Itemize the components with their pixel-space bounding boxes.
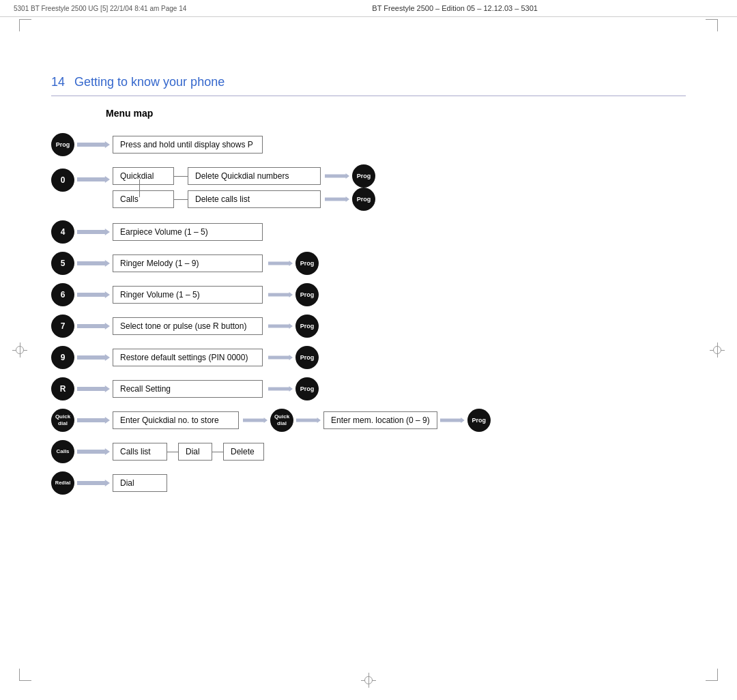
box-delete: Delete [223, 443, 264, 461]
header-center: BT Freestyle 2500 – Edition 05 – 12.12.0… [186, 4, 723, 12]
menu-row-4: 4 Earpiece Volume (1 – 5) [51, 220, 686, 244]
arrow-9-end [268, 353, 293, 362]
box-recall: Recall Setting [113, 380, 263, 398]
arrow-6 [77, 289, 110, 300]
arrow-7-end [268, 321, 293, 331]
box-enter-quickdial: Enter Quickdial no. to store [113, 411, 239, 429]
box-ringer-volume: Ringer Volume (1 – 5) [113, 286, 263, 304]
badge-quickdial-mid: Quickdial [270, 409, 293, 432]
section-number: 14 [51, 75, 65, 89]
badge-prog-9: Prog [295, 346, 319, 369]
badge-prog-R: Prog [295, 377, 319, 400]
badge-prog-quickdial: Prog [352, 164, 375, 188]
box-ringer-melody: Ringer Melody (1 – 9) [113, 254, 263, 272]
arrow-calls-btn [77, 446, 110, 457]
box-press-hold: Press and hold until display shows P [113, 136, 263, 154]
section-title: 14 Getting to know your phone [51, 75, 225, 89]
badge-4: 4 [51, 220, 74, 244]
badge-prog-quickdial-end: Prog [467, 409, 491, 432]
arrow-quickdial-second [296, 415, 321, 425]
menu-row-0: 0 Quickdial Delete Quickdial numbers Pro… [51, 164, 686, 211]
box-dial: Dial [178, 443, 212, 461]
corner-mark-tr [706, 19, 718, 31]
section-divider [51, 96, 686, 96]
box-enter-mem: Enter mem. location (0 – 9) [323, 411, 437, 429]
badge-prog-6: Prog [295, 283, 319, 306]
badge-6: 6 [51, 283, 74, 306]
badge-prog-5: Prog [295, 252, 319, 275]
menu-row-prog: Prog Press and hold until display shows … [51, 133, 686, 156]
box-restore-default: Restore default settings (PIN 0000) [113, 349, 263, 366]
menu-row-calls-btn: Calls Calls list Dial Delete [51, 440, 686, 463]
badge-redial: Redial [51, 471, 74, 495]
corner-mark-br [706, 669, 718, 681]
crosshair-left [12, 342, 27, 358]
badge-5: 5 [51, 252, 74, 275]
arrow-quickdial-end2 [440, 415, 465, 425]
arrow-R-end [268, 384, 293, 394]
corner-mark-tl [19, 19, 31, 31]
badge-9: 9 [51, 346, 74, 369]
badge-prog-calls: Prog [352, 188, 375, 211]
arrow-4 [77, 227, 110, 237]
badge-7: 7 [51, 315, 74, 338]
menu-container: Prog Press and hold until display shows … [51, 133, 686, 503]
box-dial-redial: Dial [113, 474, 167, 492]
crosshair-bottom [361, 673, 376, 688]
box-calls: Calls [113, 190, 174, 208]
arrow-quickdial [77, 415, 110, 426]
menu-row-redial: Redial Dial [51, 471, 686, 495]
menu-row-R: R Recall Setting Prog [51, 377, 686, 400]
crosshair-right [710, 342, 725, 358]
connector-dial-delete [212, 452, 223, 452]
arrow-0 [77, 174, 110, 185]
menu-row-7: 7 Select tone or pulse (use R button) Pr… [51, 315, 686, 338]
arrow-5-end [268, 259, 293, 268]
box-calls-list: Calls list [113, 443, 167, 461]
box-delete-calls: Delete calls list [188, 190, 321, 208]
arrow-9 [77, 352, 110, 363]
arrow-redial [77, 478, 110, 488]
badge-prog: Prog [51, 133, 74, 156]
box-tone-pulse: Select tone or pulse (use R button) [113, 317, 263, 335]
box-quickdial: Quickdial [113, 167, 174, 185]
page-header: 5301 BT Freestyle 2500 UG [5] 22/1/04 8:… [0, 0, 737, 17]
menu-map-title: Menu map [106, 108, 153, 119]
arrow-quickdial-end [325, 171, 349, 181]
section-name: Getting to know your phone [74, 75, 225, 89]
corner-mark-bl [19, 669, 31, 681]
badge-0: 0 [51, 169, 74, 192]
menu-row-quickdial-btn: Quickdial Enter Quickdial no. to store Q… [51, 409, 686, 432]
menu-row-6: 6 Ringer Volume (1 – 5) Prog [51, 283, 686, 306]
connector-calls-dial [167, 452, 178, 452]
badge-prog-7: Prog [295, 315, 319, 338]
header-left: 5301 BT Freestyle 2500 UG [5] 22/1/04 8:… [14, 5, 186, 12]
arrow-6-end [268, 290, 293, 300]
arrow-prog [77, 139, 110, 150]
arrow-calls-end [325, 194, 349, 204]
badge-calls: Calls [51, 440, 74, 463]
arrow-7 [77, 321, 110, 332]
arrow-R [77, 383, 110, 394]
box-delete-quickdial: Delete Quickdial numbers [188, 167, 321, 185]
arrow-5 [77, 258, 110, 269]
box-earpiece: Earpiece Volume (1 – 5) [113, 223, 263, 241]
menu-row-5: 5 Ringer Melody (1 – 9) Prog [51, 252, 686, 275]
menu-row-9: 9 Restore default settings (PIN 0000) Pr… [51, 346, 686, 369]
badge-quickdial: Quickdial [51, 409, 74, 432]
arrow-quickdial-mid [243, 415, 268, 425]
badge-R: R [51, 377, 74, 400]
